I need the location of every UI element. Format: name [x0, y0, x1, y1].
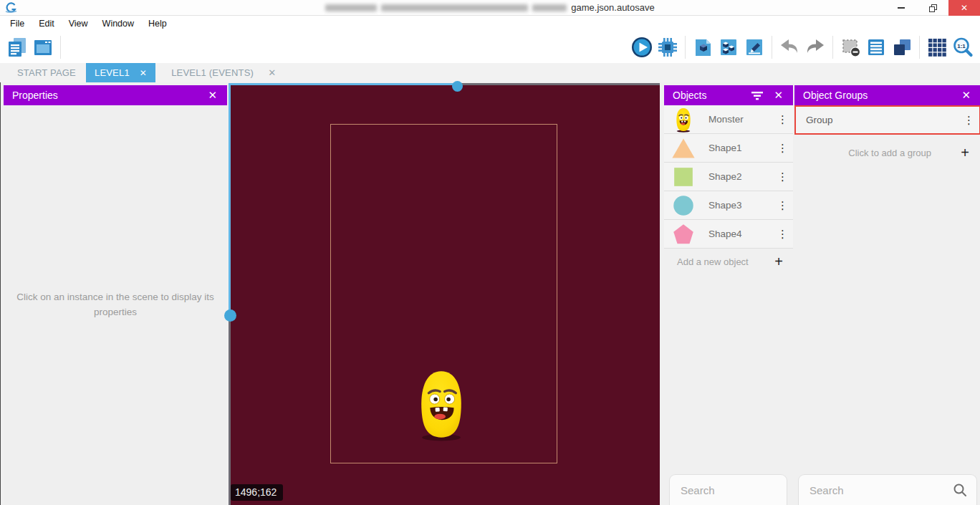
- window-title-text: game.json.autosave: [571, 2, 654, 13]
- add-object-row[interactable]: Add a new object +: [664, 249, 793, 274]
- object-row-shape2[interactable]: Shape2 ⋮: [664, 163, 793, 191]
- tab-level1-close-icon[interactable]: ✕: [140, 68, 147, 78]
- window-title: game.json.autosave: [325, 2, 654, 13]
- objects-list-button[interactable]: [864, 35, 888, 59]
- canvas-vscrollbar[interactable]: [229, 83, 231, 315]
- window-controls: ✕: [885, 0, 980, 16]
- undo-arrow-icon: [778, 36, 801, 59]
- object-groups-header: Object Groups ✕: [794, 85, 980, 105]
- object-groups-panel: Object Groups ✕ Group ⋮ Click to add a g…: [794, 85, 980, 505]
- zoom-reset-button[interactable]: 1:1: [951, 35, 975, 59]
- close-icon: ✕: [961, 3, 968, 13]
- layers-button[interactable]: [890, 35, 914, 59]
- toolbar-right-group: 1:1: [629, 35, 976, 59]
- object-row-monster[interactable]: Monster ⋮: [664, 105, 793, 134]
- group-menu-icon[interactable]: ⋮: [959, 114, 979, 127]
- menu-file[interactable]: File: [3, 16, 32, 32]
- shape2-thumbnail: [664, 167, 703, 187]
- object-menu-icon[interactable]: ⋮: [773, 228, 793, 241]
- search-icon[interactable]: [953, 483, 967, 497]
- app-window: game.json.autosave ✕ File Edit View Wind…: [0, 0, 980, 505]
- grid-button[interactable]: [925, 35, 949, 59]
- group-row[interactable]: Group ⋮: [794, 105, 980, 135]
- toolbar-separator: [772, 36, 772, 59]
- add-group-label: Click to add a group: [794, 148, 961, 158]
- scene-canvas[interactable]: 1496;162: [229, 83, 660, 505]
- canvas-hscrollbar-handle[interactable]: [452, 81, 463, 92]
- redacted-path-segment: [532, 4, 567, 11]
- list-icon: [865, 36, 888, 59]
- menu-window[interactable]: Window: [95, 16, 141, 32]
- project-manager-icon: [6, 36, 29, 59]
- toolbar-separator: [919, 36, 920, 59]
- properties-close-icon[interactable]: ✕: [206, 89, 218, 102]
- object-groups-close-icon[interactable]: ✕: [960, 89, 972, 102]
- redo-arrow-icon: [804, 36, 827, 59]
- object-row-shape1[interactable]: Shape1 ⋮: [664, 134, 793, 163]
- minimize-icon: [898, 7, 905, 9]
- toolbar-separator: [832, 36, 833, 59]
- object-menu-icon[interactable]: ⋮: [773, 142, 793, 155]
- objects-search-box: [669, 474, 787, 505]
- filter-icon[interactable]: [751, 90, 764, 100]
- shape3-thumbnail: [664, 195, 703, 216]
- svg-text:1:1: 1:1: [957, 43, 966, 49]
- mask-minus-icon: [839, 36, 862, 59]
- redacted-path-segment: [381, 4, 528, 11]
- minimize-button[interactable]: [885, 0, 917, 16]
- start-page-button[interactable]: [31, 35, 55, 59]
- object-menu-icon[interactable]: ⋮: [773, 113, 793, 126]
- preview-play-button[interactable]: [630, 35, 654, 59]
- group-name: Group: [796, 115, 959, 125]
- tab-level1-events[interactable]: LEVEL1 (EVENTS): [161, 63, 264, 82]
- redo-button[interactable]: [803, 35, 827, 59]
- tab-start-page[interactable]: START PAGE: [7, 63, 86, 82]
- add-object-button[interactable]: [691, 35, 715, 59]
- instances-list-button[interactable]: [716, 35, 741, 59]
- monster-instance[interactable]: [415, 366, 468, 443]
- properties-header: Properties ✕: [4, 85, 227, 105]
- tab-level1[interactable]: LEVEL1 ✕: [86, 63, 155, 82]
- object-menu-icon[interactable]: ⋮: [773, 199, 793, 212]
- groups-search-input[interactable]: [810, 484, 953, 496]
- canvas-vscrollbar-track[interactable]: [229, 315, 231, 505]
- main-area: Properties ✕ Click on an instance in the…: [0, 82, 980, 505]
- shape4-thumbnail: [664, 223, 703, 245]
- menu-edit[interactable]: Edit: [32, 16, 62, 32]
- menu-help[interactable]: Help: [141, 16, 174, 32]
- monster-thumbnail: [664, 107, 703, 133]
- canvas-vscrollbar-handle[interactable]: [224, 309, 236, 322]
- zoom-1-1-icon: 1:1: [951, 36, 974, 59]
- instances-icon: [717, 36, 740, 59]
- object-row-shape4[interactable]: Shape4 ⋮: [664, 220, 793, 249]
- menu-view[interactable]: View: [62, 16, 95, 32]
- toolbar: 1:1: [0, 32, 980, 63]
- groups-search-box: [798, 474, 977, 505]
- object-groups-title: Object Groups: [803, 90, 868, 101]
- undo-button[interactable]: [777, 35, 802, 59]
- object-name: Shape2: [703, 171, 773, 182]
- objects-close-icon[interactable]: ✕: [772, 89, 784, 102]
- plus-icon: +: [961, 145, 969, 161]
- close-button[interactable]: ✕: [948, 0, 980, 16]
- properties-panel: Properties ✕ Click on an instance in the…: [4, 85, 227, 505]
- delete-selection-button[interactable]: [838, 35, 863, 59]
- toolbar-separator: [60, 36, 61, 59]
- restore-button[interactable]: [917, 0, 948, 16]
- add-group-row[interactable]: Click to add a group +: [794, 140, 980, 165]
- editor-tab-bar: START PAGE LEVEL1 ✕ LEVEL1 (EVENTS) ✕: [0, 63, 980, 82]
- menu-bar: File Edit View Window Help: [0, 16, 980, 32]
- object-row-shape3[interactable]: Shape3 ⋮: [664, 191, 793, 220]
- object-name: Shape1: [703, 143, 773, 153]
- canvas-hscrollbar[interactable]: [229, 83, 458, 85]
- debug-button[interactable]: [655, 35, 680, 59]
- grid-icon: [926, 36, 948, 59]
- object-menu-icon[interactable]: ⋮: [773, 170, 793, 183]
- project-manager-button[interactable]: [5, 35, 29, 59]
- object-name: Shape4: [703, 229, 773, 239]
- canvas-hscrollbar-track[interactable]: [458, 83, 660, 85]
- object-name: Monster: [703, 114, 773, 125]
- add-object-icon: [691, 36, 714, 59]
- edit-scene-button[interactable]: [742, 35, 767, 59]
- tab-level1-events-close-icon[interactable]: ✕: [264, 63, 280, 82]
